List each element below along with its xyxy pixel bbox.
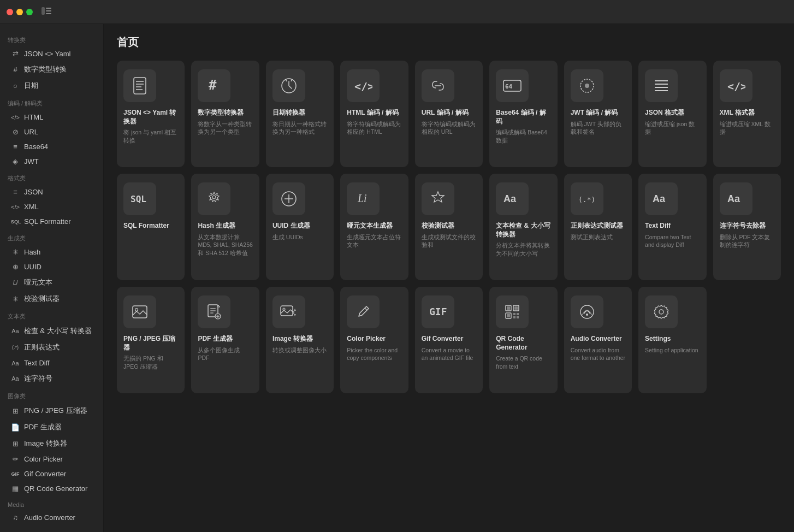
card-case[interactable]: Aa 文本检查 & 大小写转换器 分析文本并将其转换为不同的大小写	[489, 174, 557, 280]
card-number-type-title: 数字类型转换器	[198, 109, 252, 117]
svg-rect-41	[281, 306, 293, 316]
card-json-fmt[interactable]: JSON 格式器 缩进或压缩 json 数据	[638, 61, 706, 167]
sidebar-item-img-conv[interactable]: ⊞ Image 转换器	[3, 435, 100, 452]
card-sql-fmt[interactable]: SQL SQL Formatter	[117, 174, 185, 280]
xml-icon: </>	[11, 204, 20, 210]
card-qr-gen[interactable]: QR Code Generator Create a QR code from …	[489, 287, 557, 393]
sidebar-item-json-fmt[interactable]: ≡ JSON	[3, 185, 100, 199]
sidebar-item-img-conv-label: Image 转换器	[24, 439, 67, 448]
card-png-jpeg[interactable]: PNG / JPEG 压缩器 无损的 PNG 和 JPEG 压缩器	[117, 287, 185, 393]
card-text-diff[interactable]: Aa Text Diff Compare two Text and displa…	[638, 174, 706, 280]
card-date[interactable]: 日期转换器 将日期从一种格式转换为另一种格式	[266, 61, 334, 167]
card-regex-icon: (.*)	[571, 182, 603, 215]
card-json-yaml-icon	[123, 69, 156, 102]
sidebar-item-sql-fmt[interactable]: SQL SQL Formatter	[3, 214, 100, 229]
sidebar-item-regex[interactable]: (.*) 正则表达式	[3, 339, 100, 356]
sidebar-item-base64[interactable]: ≡ Base64	[3, 139, 100, 154]
sidebar-item-checksum[interactable]: ✳ 校验测试器	[3, 291, 100, 307]
card-png-jpeg-desc: 无损的 PNG 和 JPEG 压缩器	[123, 354, 178, 370]
svg-text:Li: Li	[357, 192, 367, 204]
sidebar-item-html[interactable]: </> HTML	[3, 110, 100, 125]
sidebar-item-ligature[interactable]: Aa 连字符号	[3, 370, 100, 387]
sidebar-toggle-icon[interactable]	[42, 7, 51, 17]
card-lorem-icon: Li	[347, 182, 380, 215]
card-checksum[interactable]: 校验测试器 生成或测试文件的校验和	[415, 174, 483, 280]
svg-rect-53	[517, 313, 519, 315]
card-jwt-title: JWT 编码 / 解码	[571, 109, 625, 117]
gif-conv-sidebar-icon: GIF	[11, 471, 20, 477]
sidebar-item-pdf-gen[interactable]: 📄 PDF 生成器	[3, 419, 100, 435]
title-bar	[0, 0, 794, 24]
card-xml-fmt[interactable]: </> XML 格式器 缩进或压缩 XML 数据	[713, 61, 781, 167]
sidebar-item-gif-conv[interactable]: GIF Gif Converter	[3, 466, 100, 481]
card-ligature[interactable]: Aa 连字符号去除器 删除从 PDF 文本复制的连字符	[713, 174, 781, 280]
card-img-conv[interactable]: Image 转换器 转换或调整图像大小	[266, 287, 334, 393]
card-audio-conv-icon	[571, 295, 603, 328]
sidebar-item-case[interactable]: Aa 检查 & 大小写 转换器	[3, 323, 100, 339]
json-fmt-icon: ≡	[11, 188, 20, 196]
sidebar-item-png-jpeg[interactable]: ⊞ PNG / JPEG 压缩器	[3, 403, 100, 419]
card-audio-conv[interactable]: Audio Converter Convert audio from one f…	[564, 287, 632, 393]
card-lorem[interactable]: Li 哑元文本生成器 生成哑元文本占位符文本	[340, 174, 408, 280]
sidebar-item-number-type[interactable]: # 数字类型转换	[3, 61, 100, 78]
svg-text:(.*): (.*)	[578, 196, 595, 204]
card-jwt-desc: 解码 JWT 头部的负载和签名	[571, 120, 625, 136]
color-picker-sidebar-icon: ✏	[11, 455, 20, 463]
card-pdf-gen[interactable]: PDF 生成器 从多个图像生成 PDF	[191, 287, 259, 393]
sidebar-item-date-label: 日期	[24, 81, 38, 91]
card-base64-desc: 编码或解码 Base64 数据	[496, 128, 550, 144]
page-title: 首页	[117, 35, 781, 50]
card-xml-fmt-desc: 缩进或压缩 XML 数据	[720, 120, 774, 136]
jwt-icon: ◈	[11, 157, 20, 165]
card-checksum-desc: 生成或测试文件的校验和	[422, 233, 476, 249]
card-url-enc-icon	[422, 69, 454, 102]
card-regex[interactable]: (.*) 正则表达式测试器 测试正则表达式	[564, 174, 632, 280]
sidebar-item-lorem[interactable]: Li 哑元文本	[3, 274, 100, 291]
card-case-desc: 分析文本并将其转换为不同的大小写	[496, 241, 550, 257]
card-settings[interactable]: Settings Setting of application	[638, 287, 706, 393]
card-qr-gen-icon	[496, 295, 529, 328]
card-uuid[interactable]: UUID 生成器 生成 UUIDs	[266, 174, 334, 280]
sidebar-item-gif-conv-label: Gif Converter	[24, 470, 66, 478]
card-gif-conv-title: Gif Converter	[422, 335, 476, 344]
card-jwt[interactable]: JWT 编码 / 解码 解码 JWT 头部的负载和签名	[564, 61, 632, 167]
sidebar-item-qr-gen[interactable]: ▦ QR Code Generator	[3, 481, 100, 496]
sidebar-item-uuid[interactable]: ⊕ UUID	[3, 259, 100, 274]
minimize-button[interactable]	[16, 9, 23, 15]
card-color-picker[interactable]: Color Picker Picker the color and copy c…	[340, 287, 408, 393]
sidebar-item-xml[interactable]: </> XML	[3, 199, 100, 214]
card-base64[interactable]: 64 Base64 编码 / 解码 编码或解码 Base64 数据	[489, 61, 557, 167]
sidebar-item-json-yaml-label: JSON <> Yaml	[24, 50, 71, 58]
sidebar-item-json-yaml[interactable]: ⇄ JSON <> Yaml	[3, 46, 100, 61]
card-color-picker-icon	[347, 295, 380, 328]
png-jpeg-sidebar-icon: ⊞	[11, 407, 20, 415]
sidebar-item-url-label: URL	[24, 128, 38, 136]
card-json-yaml[interactable]: JSON <> Yaml 转换器 将 json 与 yaml 相互转换	[117, 61, 185, 167]
sidebar-item-hash[interactable]: ✳ Hash	[3, 245, 100, 259]
sidebar-item-date[interactable]: ○ 日期	[3, 78, 100, 94]
fullscreen-button[interactable]	[26, 9, 33, 15]
card-number-type[interactable]: # 数字类型转换器 将数字从一种类型转换为另一个类型	[191, 61, 259, 167]
sidebar-item-color-picker[interactable]: ✏ Color Picker	[3, 452, 100, 466]
card-gif-conv[interactable]: GIF Gif Converter Convert a movie to an …	[415, 287, 483, 393]
sidebar-item-text-diff[interactable]: Aa Text Diff	[3, 356, 100, 370]
close-button[interactable]	[7, 9, 13, 15]
card-html-enc-icon: </>	[347, 69, 380, 102]
sidebar-item-audio-conv[interactable]: ♫ Audio Converter	[3, 510, 100, 525]
sidebar-item-pdf-gen-label: PDF 生成器	[24, 422, 62, 432]
card-hash-icon	[198, 182, 230, 215]
uuid-icon: ⊕	[11, 263, 20, 271]
svg-rect-51	[507, 314, 510, 317]
sidebar-item-url[interactable]: ⊘ URL	[3, 125, 100, 139]
sidebar-section-generate: 生成类	[0, 229, 103, 245]
card-url-enc[interactable]: URL 编码 / 解码 将字符编码或解码为相应的 URL	[415, 61, 483, 167]
sidebar-section-encode: 编码 / 解码类	[0, 94, 103, 110]
sidebar-item-json-fmt-label: JSON	[24, 188, 43, 196]
main-content: 首页 JSON <> Yaml 转换器 将 json 与 yaml 相互转换	[104, 24, 794, 532]
card-hash[interactable]: Hash 生成器 从文本数据计算 MD5, SHA1, SHA256 和 SHA…	[191, 174, 259, 280]
sidebar-item-jwt[interactable]: ◈ JWT	[3, 154, 100, 169]
svg-rect-54	[513, 316, 515, 318]
card-html-enc[interactable]: </> HTML 编码 / 解码 将字符编码或解码为相应的 HTML	[340, 61, 408, 167]
card-img-conv-title: Image 转换器	[272, 335, 327, 344]
sidebar-item-png-jpeg-label: PNG / JPEG 压缩器	[24, 406, 87, 416]
